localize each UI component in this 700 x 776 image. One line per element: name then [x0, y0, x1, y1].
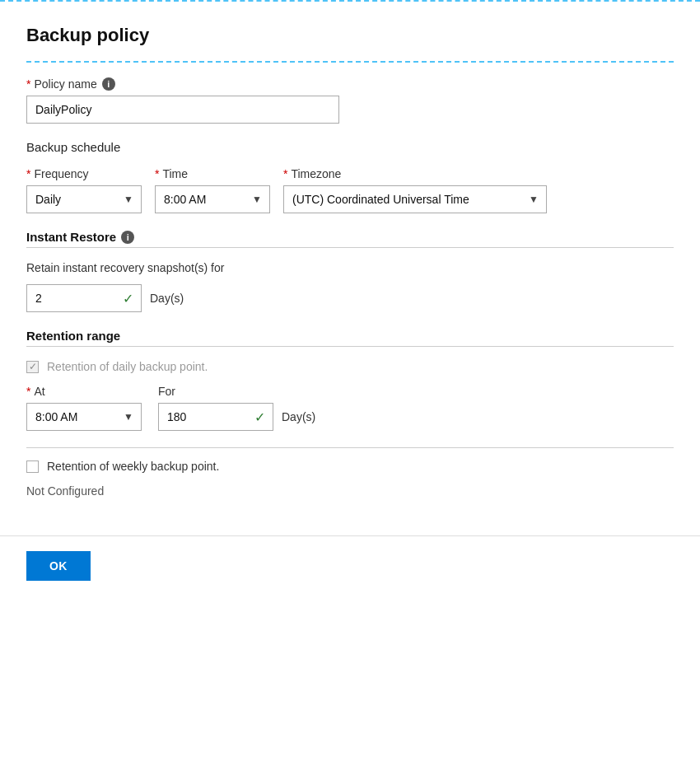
backup-policy-panel: Backup policy * Policy name i Backup sch…: [0, 0, 700, 776]
frequency-select[interactable]: Daily Weekly: [26, 185, 142, 213]
at-group: * At 8:00 AM 12:00 PM 6:00 PM ▼: [26, 385, 142, 431]
panel-title: Backup policy: [26, 25, 674, 46]
retention-range-title: Retention range: [26, 329, 120, 343]
instant-restore-title-row: Instant Restore i: [26, 230, 674, 244]
footer-divider: [0, 535, 700, 536]
frequency-required-star: *: [26, 167, 30, 180]
for-input-wrapper: ✓: [158, 403, 273, 431]
instant-restore-info-icon[interactable]: i: [121, 231, 134, 244]
timezone-select-wrapper: (UTC) Coordinated Universal Time (UTC-05…: [283, 185, 547, 213]
weekly-backup-checkbox-row[interactable]: Retention of weekly backup point.: [26, 460, 674, 473]
daily-backup-checkbox: ✓: [26, 361, 39, 373]
daily-backup-label: Retention of daily backup point.: [47, 360, 208, 373]
policy-name-info-icon[interactable]: i: [102, 77, 115, 91]
time-label: Time: [162, 167, 188, 180]
policy-name-group: * Policy name i: [26, 77, 674, 124]
policy-name-label-row: * Policy name i: [26, 77, 674, 91]
for-label: For: [158, 385, 175, 398]
daily-backup-checkbox-row: ✓ Retention of daily backup point.: [26, 360, 674, 373]
snapshot-days-row: ✓ Day(s): [26, 284, 674, 312]
top-divider: [26, 61, 674, 63]
for-value-row: ✓ Day(s): [158, 403, 315, 431]
snapshot-days-unit: Day(s): [150, 292, 184, 305]
backup-schedule-section: Backup schedule * Frequency Daily Weekly…: [26, 140, 674, 213]
instant-restore-section: Instant Restore i Retain instant recover…: [26, 230, 674, 312]
retention-range-section: Retention range ✓ Retention of daily bac…: [26, 329, 674, 498]
timezone-required-star: *: [283, 167, 287, 180]
timezone-group: * Timezone (UTC) Coordinated Universal T…: [283, 167, 547, 213]
daily-backup-check-mark: ✓: [29, 361, 37, 372]
for-group: For ✓ Day(s): [158, 385, 315, 431]
time-required-star: *: [155, 167, 159, 180]
weekly-backup-label: Retention of weekly backup point.: [47, 460, 219, 473]
for-label-row: For: [158, 385, 315, 398]
time-select-wrapper: 8:00 AM 12:00 PM 6:00 PM ▼: [155, 185, 270, 213]
instant-restore-title: Instant Restore: [26, 230, 116, 244]
policy-name-input[interactable]: [26, 96, 339, 124]
frequency-select-wrapper: Daily Weekly ▼: [26, 185, 142, 213]
retention-range-divider: [26, 346, 674, 347]
at-for-row: * At 8:00 AM 12:00 PM 6:00 PM ▼ For: [26, 385, 674, 431]
snapshot-days-input[interactable]: [26, 284, 142, 312]
frequency-group: * Frequency Daily Weekly ▼: [26, 167, 142, 213]
weekly-section-divider: [26, 447, 674, 448]
timezone-select[interactable]: (UTC) Coordinated Universal Time (UTC-05…: [283, 185, 547, 213]
instant-restore-divider: [26, 247, 674, 248]
retention-range-title-row: Retention range: [26, 329, 674, 343]
retain-label: Retain instant recovery snapshot(s) for: [26, 261, 674, 274]
policy-name-required-star: *: [26, 77, 30, 91]
frequency-label-row: * Frequency: [26, 167, 142, 180]
timezone-label: Timezone: [291, 167, 341, 180]
at-required-star: *: [26, 385, 30, 398]
time-select[interactable]: 8:00 AM 12:00 PM 6:00 PM: [155, 185, 270, 213]
policy-name-label: Policy name: [34, 77, 96, 91]
at-select[interactable]: 8:00 AM 12:00 PM 6:00 PM: [26, 403, 142, 431]
frequency-label: Frequency: [34, 167, 88, 180]
ok-button[interactable]: OK: [26, 551, 91, 581]
for-input[interactable]: [158, 403, 273, 431]
time-label-row: * Time: [155, 167, 270, 180]
snapshot-days-input-wrapper: ✓: [26, 284, 142, 312]
backup-schedule-heading: Backup schedule: [26, 140, 674, 154]
not-configured-label: Not Configured: [26, 484, 674, 498]
weekly-backup-checkbox[interactable]: [26, 460, 39, 473]
schedule-fields-row: * Frequency Daily Weekly ▼ * Time: [26, 167, 674, 213]
time-group: * Time 8:00 AM 12:00 PM 6:00 PM ▼: [155, 167, 270, 213]
for-unit: Day(s): [282, 410, 315, 423]
at-label: At: [34, 385, 44, 398]
at-select-wrapper: 8:00 AM 12:00 PM 6:00 PM ▼: [26, 403, 142, 431]
timezone-label-row: * Timezone: [283, 167, 547, 180]
at-label-row: * At: [26, 385, 142, 398]
